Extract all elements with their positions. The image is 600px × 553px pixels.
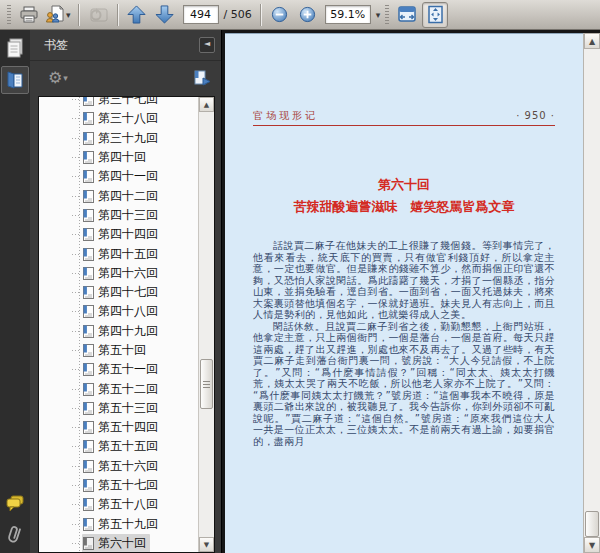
bookmarks-panel-icon <box>5 70 25 90</box>
bookmark-item[interactable]: 第三十九回 <box>39 129 214 148</box>
bookmarks-panel-button[interactable] <box>1 66 29 94</box>
bookmark-page-icon <box>83 248 94 261</box>
bookmark-item[interactable]: 第四十二回 <box>39 186 214 205</box>
fit-page-icon <box>427 5 444 24</box>
bookmark-page-icon <box>83 440 94 453</box>
bookmark-item[interactable]: 第六十回 <box>39 534 214 553</box>
bookmark-item-label: 第四十八回 <box>98 303 158 320</box>
bookmark-item[interactable]: 第五十六回 <box>39 457 214 476</box>
scroll-up-arrow-icon[interactable]: ▲ <box>199 97 214 112</box>
bookmark-item[interactable]: 第五十五回 <box>39 437 214 456</box>
zoom-out-button[interactable] <box>267 2 293 28</box>
bookmark-item[interactable]: 第三十八回 <box>39 109 214 128</box>
bookmark-item[interactable]: 第四十五回 <box>39 244 214 263</box>
bookmark-item[interactable]: 第四十三回 <box>39 206 214 225</box>
attachments-panel-button[interactable] <box>1 521 29 549</box>
share-button[interactable]: ▾ <box>44 2 72 28</box>
bookmark-item-label: 第四十二回 <box>98 188 158 205</box>
scroll-down-arrow-icon[interactable]: ▼ <box>584 537 600 553</box>
bookmark-item[interactable]: 第四十四回 <box>39 225 214 244</box>
tree-connector <box>72 254 80 255</box>
bookmark-item[interactable]: 第五十七回 <box>39 476 214 495</box>
page-down-button[interactable] <box>152 2 178 28</box>
tree-connector <box>72 543 80 544</box>
navigation-rail <box>0 30 31 553</box>
bookmark-item-label: 第五十五回 <box>98 438 158 455</box>
bookmark-arrow-icon[interactable] <box>193 70 211 86</box>
tree-connector <box>72 292 80 293</box>
gear-icon[interactable]: ⚙ <box>48 70 62 86</box>
pages-panel-button[interactable] <box>1 34 29 62</box>
bookmark-page-icon <box>83 537 94 550</box>
zoom-in-button[interactable] <box>295 2 321 28</box>
chapter-title: 第六十回 <box>253 176 555 194</box>
document-page: 官场现形记 · 950 · 第六十回 苦辣甜酸遍嘗滋味 嬉笑怒駡皆爲文章 話說賈… <box>225 33 583 553</box>
bookmark-item[interactable]: 第四十九回 <box>39 322 214 341</box>
bookmark-item[interactable]: 第五十三回 <box>39 399 214 418</box>
bookmark-page-icon <box>83 112 94 125</box>
tree-connector <box>72 138 80 139</box>
document-scrollbar[interactable]: ▲ ▼ <box>583 33 600 553</box>
bookmark-item[interactable]: 第五十四回 <box>39 418 214 437</box>
bookmark-item[interactable]: 第四十一回 <box>39 167 214 186</box>
previous-page-arrow-icon <box>127 5 146 24</box>
bookmark-item[interactable]: 第四十八回 <box>39 302 214 321</box>
scrollbar-thumb[interactable] <box>585 511 599 537</box>
gear-dropdown-caret[interactable]: ▾ <box>63 73 68 83</box>
paragraph: 話說賈二麻子在他妹夫的工上很賺了幾個錢。等到事情完了，他看來看去，統天底下的買賣… <box>253 240 555 321</box>
scroll-down-arrow-icon[interactable]: ▼ <box>199 537 214 552</box>
tree-connector <box>72 524 80 525</box>
bookmark-item[interactable]: 第三十七回 <box>39 96 214 109</box>
print-button[interactable] <box>16 2 42 28</box>
bookmark-page-icon <box>83 325 94 338</box>
comments-panel-button[interactable] <box>1 489 29 517</box>
toolbar-grip[interactable] <box>7 5 11 25</box>
paragraph: 閑話休敘。且說賈二麻子到省之後，勤勤懇懇，上衙門站班，他拿定主意，只上兩個衙門，… <box>253 321 555 448</box>
bookmark-item[interactable]: 第五十九回 <box>39 515 214 534</box>
tree-connector <box>72 196 80 197</box>
fit-width-button[interactable] <box>394 2 420 28</box>
bookmark-item[interactable]: 第五十二回 <box>39 379 214 398</box>
bookmark-item[interactable]: 第五十一回 <box>39 360 214 379</box>
bookmark-page-icon <box>83 344 94 357</box>
zoom-out-icon <box>271 6 288 23</box>
bookmark-item-label: 第五十三回 <box>98 400 158 417</box>
bookmark-item-label: 第五十七回 <box>98 477 158 494</box>
scroll-up-arrow-icon[interactable]: ▲ <box>584 33 600 49</box>
bookmark-item-label: 第四十三回 <box>98 207 158 224</box>
zoom-level-input[interactable]: 59.1% <box>325 5 371 24</box>
bookmark-item-label: 第五十回 <box>98 342 146 359</box>
collapse-panel-button[interactable]: ◄ <box>199 37 215 53</box>
bookmark-page-icon <box>83 96 94 106</box>
fit-page-button[interactable] <box>422 2 448 28</box>
bookmark-page-icon <box>83 479 94 492</box>
bookmark-item[interactable]: 第五十回 <box>39 341 214 360</box>
document-viewport: 官场现形记 · 950 · 第六十回 苦辣甜酸遍嘗滋味 嬉笑怒駡皆爲文章 話說賈… <box>222 30 600 553</box>
book-title: 官场现形记 <box>253 109 318 123</box>
bookmark-page-icon <box>83 421 94 434</box>
toolbar-grip[interactable] <box>385 5 389 25</box>
bookmark-page-icon <box>83 498 94 511</box>
bookmark-item-label: 第四十一回 <box>98 168 158 185</box>
bookmark-item-label: 第四十回 <box>98 149 146 166</box>
tree-connector <box>72 118 80 119</box>
sidebar-toolbar: ⚙ ▾ <box>30 61 221 95</box>
bookmark-item-label: 第六十回 <box>98 535 146 552</box>
bookmark-page-icon <box>83 132 94 145</box>
bookmark-item-label: 第四十六回 <box>98 265 158 282</box>
bookmark-item[interactable]: 第四十回 <box>39 148 214 167</box>
bookmark-item[interactable]: 第五十八回 <box>39 495 214 514</box>
page-number-input[interactable]: 494 <box>183 5 219 24</box>
bookmark-page-icon <box>83 383 94 396</box>
bookmark-page-icon <box>83 460 94 473</box>
bookmark-list-scrollbar[interactable]: ▲ ▼ <box>198 97 214 552</box>
bookmark-item[interactable]: 第四十七回 <box>39 283 214 302</box>
zoom-dropdown-caret[interactable]: ▾ <box>376 10 381 20</box>
bookmark-item[interactable]: 第四十六回 <box>39 264 214 283</box>
bookmark-page-icon <box>83 151 94 164</box>
bookmark-list: 第三十七回 <box>39 96 214 553</box>
page-up-button[interactable] <box>124 2 150 28</box>
scrollbar-thumb[interactable] <box>200 359 213 409</box>
bookmark-item-label: 第四十九回 <box>98 323 158 340</box>
bookmark-item-label: 第五十二回 <box>98 381 158 398</box>
